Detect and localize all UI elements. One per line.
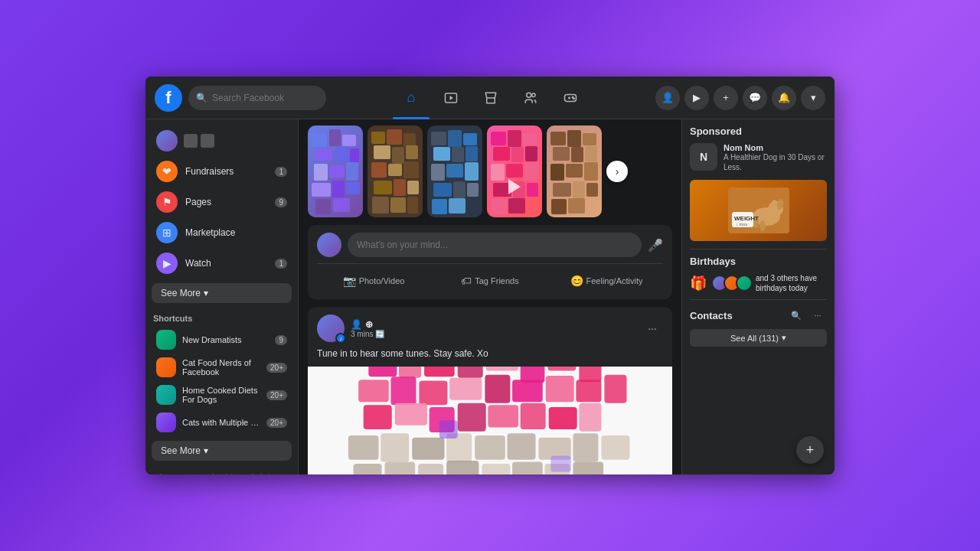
notifications-btn[interactable]: 🔔 [772,86,796,110]
svg-rect-108 [381,433,409,461]
sidebar-item-fundraisers[interactable]: ❤ Fundraisers 1 [149,156,295,187]
svg-rect-16 [329,165,345,178]
svg-point-133 [760,220,766,231]
contacts-more-btn[interactable]: ··· [808,306,827,324]
sidebar-item-watch[interactable]: ▶ Watch 1 [149,248,295,279]
svg-rect-112 [507,433,535,459]
nav-tab-watch[interactable] [433,80,469,116]
stories-next-button[interactable]: › [606,161,628,182]
svg-rect-23 [371,132,385,144]
user-avatar-btn[interactable]: 👤 [655,86,680,110]
ad-description: A Healthier Dog in 30 Days or Less. [724,152,827,172]
contacts-header: Contacts 🔍 ··· [690,306,827,324]
svg-rect-39 [448,130,462,147]
nav-tab-home[interactable]: ⌂ [393,80,430,116]
sidebar: ❤ Fundraisers 1 ⚑ Pages 9 ⊞ Marketplace … [145,119,299,474]
svg-rect-29 [371,162,387,178]
search-input[interactable] [212,93,318,103]
svg-rect-121 [512,461,543,474]
svg-rect-36 [390,197,406,213]
shortcut-avatar [156,385,176,405]
svg-rect-14 [350,148,359,162]
tag-icon: 🏷 [461,275,472,287]
svg-rect-27 [392,147,404,164]
svg-rect-25 [403,133,416,147]
chevron-down-icon: ▾ [204,445,208,456]
svg-marker-1 [450,96,454,100]
post-input[interactable] [348,233,642,257]
nav-tab-marketplace[interactable] [472,80,509,116]
svg-rect-95 [512,380,543,402]
svg-rect-41 [433,147,450,161]
svg-rect-77 [573,181,585,198]
svg-rect-124 [439,420,458,439]
photo-video-btn[interactable]: 📷 Photo/Video [317,270,430,292]
contacts-search-btn[interactable]: 🔍 [787,306,805,324]
svg-rect-68 [567,130,581,147]
see-more-nav-button[interactable]: See More ▾ [152,283,292,303]
svg-rect-33 [394,179,406,196]
ad-image[interactable]: WEIGHT ↓ loss [690,180,827,241]
svg-rect-106 [579,403,601,432]
sidebar-item-pages[interactable]: ⚑ Pages 9 [149,187,295,217]
svg-rect-89 [579,367,601,382]
sidebar-user[interactable] [149,126,295,156]
shortcut-new-dramatists[interactable]: New Dramatists 9 [149,326,295,354]
feeling-activity-btn[interactable]: 😊 Feeling/Activity [550,270,663,292]
svg-rect-75 [584,162,598,181]
svg-rect-65 [508,198,525,214]
shortcut-avatar [156,412,176,432]
post-meta: 👤 ⊕ 3 mins 🔄 [351,319,635,338]
post-more-btn[interactable]: ··· [642,318,663,339]
post-user-name: 👤 ⊕ [351,319,635,330]
svg-rect-42 [452,147,464,162]
photo-icon: 📷 [343,275,356,287]
story-card-2[interactable] [368,126,423,217]
chevron-down-icon: ▾ [782,333,786,343]
user-avatar [156,130,178,152]
story-card-4[interactable] [487,126,542,217]
svg-rect-9 [312,133,327,147]
story-card-1[interactable] [308,126,363,217]
shortcut-home-cooked[interactable]: Home Cooked Diets For Dogs 20+ [149,381,295,409]
svg-rect-104 [521,403,546,429]
svg-rect-83 [399,367,421,378]
tag-friends-btn[interactable]: 🏷 Tag Friends [433,270,547,292]
see-all-contacts-button[interactable]: See All (131) ▾ [690,329,827,347]
story-card-3[interactable] [427,126,482,217]
messenger-btn[interactable]: 💬 [743,86,767,110]
svg-rect-96 [546,376,574,402]
fab-button[interactable]: + [796,436,824,464]
svg-rect-119 [446,461,479,474]
svg-rect-57 [525,146,537,161]
nav-tab-groups[interactable] [512,80,549,116]
svg-rect-93 [449,378,482,400]
svg-rect-120 [482,464,510,474]
footer-links: Privacy · Terms · Advertising · Ad Choic… [145,465,298,474]
search-icon: 🔍 [196,93,207,103]
svg-rect-118 [418,464,443,474]
add-btn[interactable]: + [714,86,738,110]
feeling-icon: 😊 [570,275,583,287]
svg-rect-100 [395,403,427,425]
svg-rect-58 [491,164,505,181]
shortcut-cats-medical[interactable]: Cats with Multiple Medical Conditions (k… [149,409,295,436]
facebook-logo[interactable]: f [155,84,182,112]
svg-rect-10 [329,129,341,146]
birthdays-row: 🎁 and 3 others have birthdays today [690,273,827,293]
svg-point-8 [573,98,575,99]
story-card-5[interactable] [547,126,602,217]
see-more-shortcuts-button[interactable]: See More ▾ [152,441,292,461]
birthday-avatar [736,275,753,292]
settings-dropdown-btn[interactable]: ▾ [801,86,825,110]
play-btn[interactable]: ▶ [684,86,709,110]
sidebar-item-marketplace[interactable]: ⊞ Marketplace [149,217,295,248]
shortcut-cat-food-nerds[interactable]: Cat Food Nerds of Facebook 20+ [149,354,295,381]
divider [690,249,827,249]
search-bar[interactable]: 🔍 [188,86,326,110]
nav-tab-gaming[interactable] [552,80,589,116]
svg-rect-60 [524,162,538,181]
post-emoji-btn[interactable]: 🎤 [648,238,663,253]
birthdays-title: Birthdays [690,256,827,267]
svg-rect-73 [550,164,564,181]
